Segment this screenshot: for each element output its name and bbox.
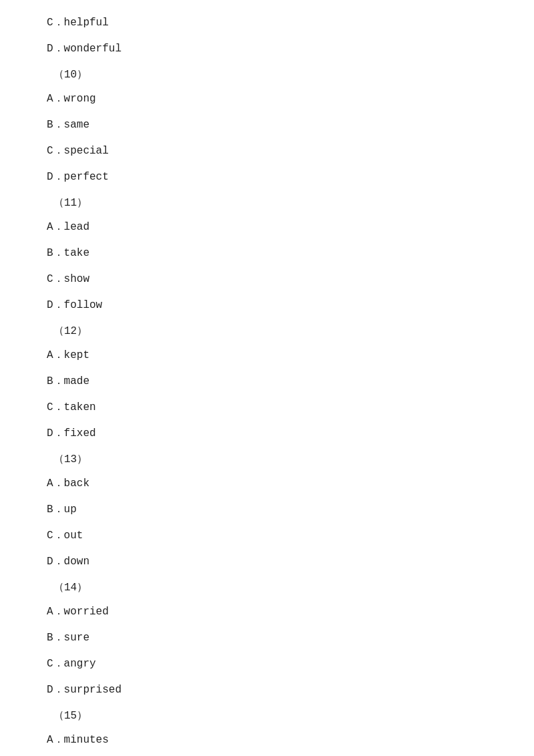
question-number: （15） (47, 707, 487, 726)
option-line: B．take (47, 244, 487, 263)
option-line: D．fixed (47, 424, 487, 443)
option-line: A．lead (47, 218, 487, 237)
option-line: A．minutes (47, 731, 487, 750)
option-line: C．show (47, 270, 487, 289)
option-line: B．up (47, 500, 487, 520)
option-line: A．worried (47, 602, 487, 622)
option-line: D．perfect (47, 168, 487, 187)
option-line: C．special (47, 142, 487, 161)
option-line: C．out (47, 526, 487, 546)
option-line: D．follow (47, 296, 487, 315)
option-line: A．kept (47, 346, 487, 365)
option-line: D．surprised (47, 681, 487, 700)
question-number: （14） (47, 578, 487, 598)
question-number: （10） (47, 65, 487, 85)
question-number: （12） (47, 322, 487, 341)
main-content: C．helpfulD．wonderful（10）A．wrongB．sameC．s… (0, 0, 534, 756)
question-number: （11） (47, 194, 487, 213)
option-line: B．made (47, 372, 487, 391)
option-line: C．angry (47, 654, 487, 674)
option-line: D．down (47, 552, 487, 572)
option-line: B．same (47, 116, 487, 135)
option-line: A．back (47, 474, 487, 494)
option-line: B．sure (47, 628, 487, 648)
option-line: C．helpful (47, 13, 487, 33)
option-line: A．wrong (47, 89, 487, 109)
option-line: C．taken (47, 398, 487, 417)
option-line: D．wonderful (47, 39, 487, 59)
question-number: （13） (47, 450, 487, 469)
